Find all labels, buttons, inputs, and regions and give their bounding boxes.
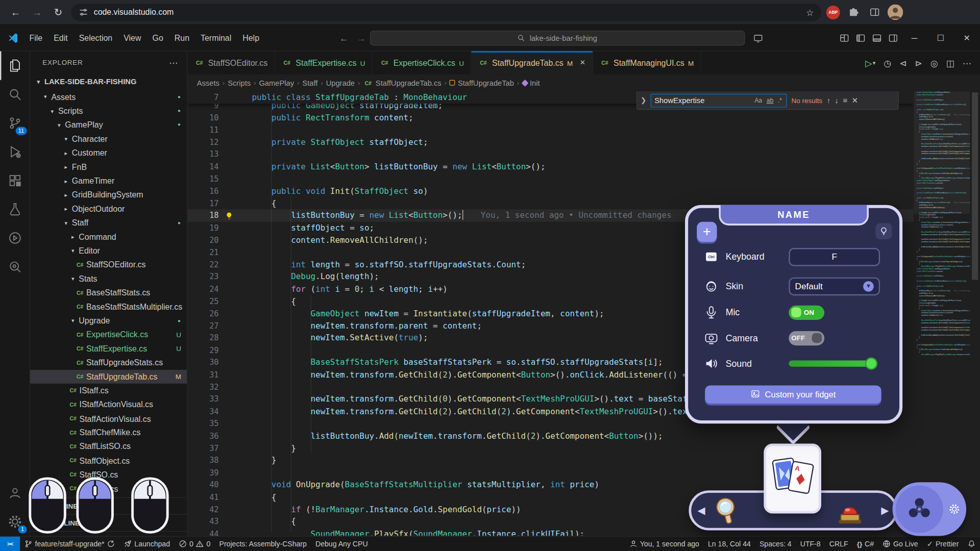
status-feature-staff-upgrade[interactable]: feature/staff-upgrade* <box>20 537 119 551</box>
adblock-badge[interactable]: ABP <box>826 5 840 19</box>
tree-item-gridbuildingsystem[interactable]: ▸GridBuildingSystem <box>30 188 187 202</box>
minimap[interactable]: 9 public GameObject staffUpgradeItem;10 … <box>914 91 970 536</box>
maximize-button[interactable]: ☐ <box>927 24 953 51</box>
status-bell[interactable] <box>963 537 980 551</box>
run-circle-icon[interactable]: ◎ <box>930 58 938 68</box>
menu-go[interactable]: Go <box>147 31 169 45</box>
tab-staffexpertise-cs[interactable]: C#StaffExpertise.csU <box>275 51 373 74</box>
tree-item-fnb[interactable]: ▸FnB <box>30 160 187 173</box>
explorer-icon[interactable] <box>0 51 30 80</box>
command-center-search[interactable]: lake-side-bar-fishing <box>370 30 745 45</box>
breadcrumb-item-staffupgradetab-cs[interactable]: C#StaffUpgradeTab.cs <box>363 79 441 87</box>
code-line-14[interactable]: 14 private List<Button> listButtonBuy = … <box>187 161 914 173</box>
tree-item-gameplay[interactable]: ▾GamePlay● <box>30 118 187 132</box>
find-previous-icon[interactable]: ↑ <box>827 96 830 105</box>
tree-item-staffobject-cs[interactable]: C#StaffObject.cs <box>30 454 187 467</box>
explorer-more-actions-icon[interactable]: ⋯ <box>169 57 178 67</box>
browser-back-button[interactable]: ← <box>8 4 24 20</box>
customize-layout-icon[interactable] <box>836 30 852 46</box>
tree-item-command[interactable]: ▸Command <box>30 230 187 243</box>
minimap-slider[interactable] <box>914 91 970 214</box>
next-change-icon[interactable]: ⊳ <box>915 58 922 68</box>
menu-view[interactable]: View <box>118 31 146 45</box>
tab-staffsoeditor-cs[interactable]: C#StaffSOEditor.cs <box>187 51 275 74</box>
carousel-item-hand-mirror[interactable] <box>709 493 744 528</box>
find-in-selection-icon[interactable]: ≡ <box>843 96 848 105</box>
tree-item-staff[interactable]: ▾Staff● <box>30 216 187 230</box>
whole-word-icon[interactable]: ab <box>765 96 775 105</box>
run-debug-icon[interactable] <box>0 137 30 166</box>
menu-file[interactable]: File <box>24 31 48 45</box>
remote-window-icon[interactable] <box>750 30 766 46</box>
toggle-panel-icon[interactable] <box>869 30 885 46</box>
fidget-name-tab[interactable]: NAME <box>719 205 869 226</box>
source-control-icon[interactable]: 11 <box>0 109 30 137</box>
close-tab-icon[interactable]: ✕ <box>580 59 585 67</box>
custom-fidget-button[interactable]: Custom your fidget <box>705 386 881 404</box>
code-line-11[interactable]: 11 <box>187 124 914 136</box>
status-prettier[interactable]: ✓Prettier <box>922 537 963 551</box>
carousel-right-arrow[interactable]: ▶ <box>881 505 889 516</box>
menu-terminal[interactable]: Terminal <box>195 31 237 45</box>
tree-item-staffchefmike-cs[interactable]: C#StaffChefMike.cs <box>30 425 187 439</box>
status-debug-any-cpu[interactable]: Debug Any CPU <box>311 537 372 551</box>
status-you-1-second-ago[interactable]: You, 1 second ago <box>625 537 703 551</box>
breadcrumb-item-upgrade[interactable]: Upgrade <box>326 79 355 87</box>
status-utf-8[interactable]: UTF-8 <box>796 537 825 551</box>
code-line-15[interactable]: 15 <box>187 173 914 185</box>
status-crlf[interactable]: CRLF <box>825 537 852 551</box>
status-ln-18-col-44[interactable]: Ln 18, Col 44 <box>703 537 755 551</box>
browser-profile-avatar[interactable] <box>888 5 903 20</box>
mouse-widget-2[interactable] <box>75 476 115 535</box>
mouse-widget-1[interactable] <box>28 476 67 535</box>
browser-reload-button[interactable]: ↻ <box>50 4 66 20</box>
scrollbar-thumb[interactable] <box>972 92 978 280</box>
mouse-widget-3[interactable] <box>130 476 170 535</box>
tab-expertiseclick-cs[interactable]: C#ExpertiseClick.csU <box>373 51 471 74</box>
fidget-spinner-button[interactable] <box>896 485 943 533</box>
camera-toggle[interactable]: OFF <box>789 331 824 345</box>
breadcrumb-item-gameplay[interactable]: GamePlay <box>259 79 294 87</box>
menu-selection[interactable]: Selection <box>74 31 118 45</box>
fidget-settings-gear-icon[interactable] <box>948 503 961 515</box>
tree-item-editor[interactable]: ▾Editor <box>30 244 187 258</box>
skin-dropdown[interactable]: Default▼ <box>789 277 880 295</box>
tab-staffmanagingui-cs[interactable]: C#StaffManagingUI.csM <box>593 51 701 74</box>
breadcrumb-item-staffupgradetab[interactable]: StaffUpgradeTab <box>450 79 514 87</box>
tree-item-istaffactionvisual-cs[interactable]: C#IStaffActionVisual.cs <box>30 398 187 412</box>
code-line-12[interactable]: 12 private StaffObject staffObject; <box>187 136 914 148</box>
fidget-add-button[interactable]: + <box>697 222 717 242</box>
tree-item-staffexpertise-cs[interactable]: C#StaffExpertise.csU <box>30 342 187 356</box>
menu-edit[interactable]: Edit <box>48 31 73 45</box>
tree-item-gametimer[interactable]: ▸GameTimer <box>30 174 187 188</box>
status-projects-assembly-csharp[interactable]: Projects: Assembly-CSharp <box>215 537 311 551</box>
keyboard-key-display[interactable]: F <box>789 248 880 266</box>
status-0[interactable]: 00 <box>175 537 215 551</box>
regex-icon[interactable]: .* <box>776 96 783 105</box>
toggle-primary-sidebar-icon[interactable] <box>852 30 869 46</box>
toggle-replace-icon[interactable]: ❯ <box>641 96 646 105</box>
slider-knob[interactable] <box>865 357 877 369</box>
nav-back-icon[interactable]: ← <box>339 33 348 43</box>
more-actions-icon[interactable]: ⋯ <box>963 58 971 68</box>
find-input[interactable] <box>654 96 751 105</box>
remote-indicator[interactable]: >< <box>0 537 20 551</box>
accounts-icon[interactable] <box>0 479 30 507</box>
sound-slider[interactable] <box>789 361 876 367</box>
minimize-button[interactable]: ─ <box>901 24 927 51</box>
prev-change-icon[interactable]: ⊲ <box>899 58 906 68</box>
extensions-puzzle-icon[interactable] <box>845 4 862 20</box>
browser-forward-button[interactable]: → <box>29 4 45 20</box>
tree-item-assets[interactable]: ▾Assets● <box>30 90 187 104</box>
tree-item-scripts[interactable]: ▾Scripts● <box>30 104 187 118</box>
tree-item-staffactionvisual-cs[interactable]: C#StaffActionVisual.cs <box>30 412 187 425</box>
lightbulb-icon[interactable] <box>876 223 892 239</box>
browser-split-icon[interactable] <box>866 4 883 20</box>
breadcrumb-item-init[interactable]: Init <box>522 79 540 87</box>
tab-staffupgradetab-cs[interactable]: C#StaffUpgradeTab.csM✕ <box>472 51 593 74</box>
timer-icon[interactable]: ◷ <box>884 58 891 68</box>
mic-toggle[interactable]: ON <box>789 305 824 319</box>
run-button[interactable]: ▷▾ <box>865 58 875 68</box>
status-c[interactable]: {}C# <box>852 537 878 551</box>
tree-item-istaff-cs[interactable]: C#IStaff.cs <box>30 384 187 397</box>
